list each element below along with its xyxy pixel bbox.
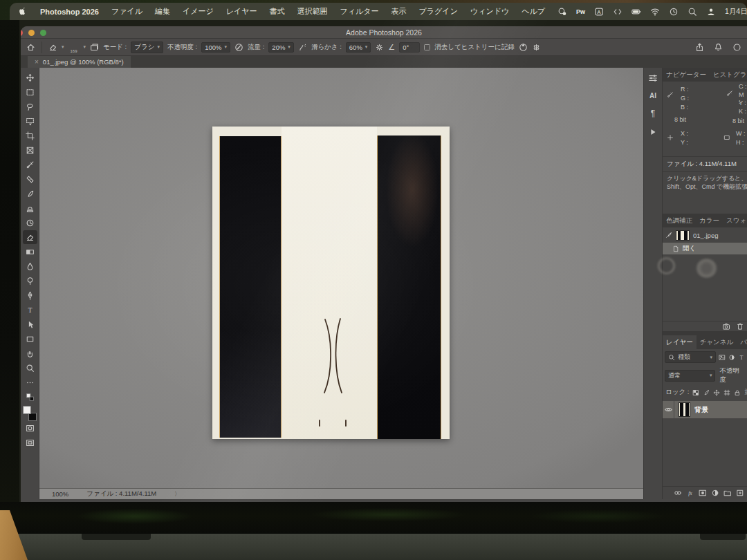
menu-item-image[interactable]: イメージ bbox=[183, 6, 214, 17]
filter-type-layers-icon[interactable]: T bbox=[738, 354, 745, 361]
menu-item-view[interactable]: 表示 bbox=[391, 6, 407, 17]
tab-color[interactable]: カラー bbox=[696, 214, 723, 227]
gradient-tool[interactable] bbox=[23, 245, 37, 259]
ai-assistant-icon[interactable]: AI bbox=[649, 92, 656, 100]
apple-menu-icon[interactable] bbox=[18, 7, 28, 17]
traffic-light-zoom[interactable] bbox=[40, 30, 46, 36]
layer-visibility-toggle[interactable] bbox=[663, 401, 674, 418]
menu-item-help[interactable]: ヘルプ bbox=[522, 6, 545, 17]
cmyk-eyedropper-icon[interactable] bbox=[726, 90, 733, 97]
history-snapshot-row[interactable]: 01_.jpeg bbox=[663, 227, 747, 243]
default-colors-icon[interactable] bbox=[23, 390, 37, 404]
history-brush-source-icon[interactable] bbox=[665, 232, 672, 239]
code-brackets-icon[interactable] bbox=[613, 7, 622, 17]
object-selection-tool[interactable] bbox=[23, 114, 37, 128]
layer-row-background[interactable]: 背景 bbox=[663, 401, 747, 418]
rgb-eyedropper-icon[interactable] bbox=[667, 91, 674, 98]
new-layer-icon[interactable] bbox=[736, 489, 744, 497]
share-icon[interactable] bbox=[695, 43, 704, 52]
menu-item-plugins[interactable]: プラグイン bbox=[419, 6, 458, 17]
delete-trash-icon[interactable] bbox=[736, 322, 744, 330]
blur-tool[interactable] bbox=[23, 259, 37, 273]
input-source-icon[interactable]: A bbox=[594, 7, 604, 17]
brush-preview[interactable]: 169 bbox=[68, 41, 80, 53]
document-image[interactable] bbox=[212, 127, 450, 439]
lock-transparency-icon[interactable] bbox=[692, 389, 699, 396]
lock-position-icon[interactable] bbox=[713, 389, 720, 396]
menu-item-type[interactable]: 書式 bbox=[270, 6, 285, 17]
symmetry-butterfly-icon[interactable] bbox=[532, 43, 541, 52]
paragraph-icon[interactable]: ¶ bbox=[651, 109, 655, 118]
link-layers-icon[interactable] bbox=[674, 489, 682, 497]
filter-pixel-layers-icon[interactable] bbox=[719, 354, 726, 361]
lock-all-icon[interactable] bbox=[734, 389, 741, 396]
spot-healing-tool[interactable] bbox=[23, 172, 37, 186]
mode-select[interactable]: ブラシ ▾ bbox=[131, 41, 163, 53]
battery-icon[interactable] bbox=[631, 7, 641, 17]
traffic-light-minimize[interactable] bbox=[28, 30, 35, 36]
snapshot-thumbnail[interactable] bbox=[676, 230, 690, 241]
blend-mode-select[interactable]: 通常 ▾ bbox=[665, 370, 715, 382]
file-size-info[interactable]: ファイル : 4.11M/4.11M bbox=[86, 489, 156, 498]
brush-settings-panel-icon[interactable] bbox=[90, 43, 99, 52]
menu-item-window[interactable]: ウィンドウ bbox=[470, 6, 509, 17]
rectangle-tool[interactable] bbox=[23, 332, 37, 346]
new-snapshot-camera-icon[interactable] bbox=[722, 322, 730, 330]
new-group-folder-icon[interactable] bbox=[723, 489, 732, 497]
layer-filter-select[interactable]: 種類 ▾ bbox=[665, 351, 716, 363]
document-tab[interactable]: × 01_.jpeg @ 100% (RGB/8*) bbox=[28, 56, 131, 68]
tab-histogram[interactable]: ヒストグラム bbox=[710, 68, 747, 82]
expand-arrow-icon[interactable] bbox=[648, 127, 658, 137]
chevron-down-icon[interactable]: ▾ bbox=[84, 44, 86, 50]
creative-cloud-icon[interactable] bbox=[557, 7, 567, 17]
menu-item-layer[interactable]: レイヤー bbox=[226, 6, 257, 17]
foreground-color-swatch[interactable] bbox=[23, 406, 31, 414]
pen-tool[interactable] bbox=[23, 288, 37, 302]
tab-navigator[interactable]: ナビゲーター bbox=[663, 68, 710, 82]
menu-item-filter[interactable]: フィルター bbox=[340, 6, 379, 17]
screen-mode-icon[interactable] bbox=[23, 436, 37, 449]
menu-item-edit[interactable]: 編集 bbox=[155, 6, 170, 17]
menu-item-select[interactable]: 選択範囲 bbox=[297, 6, 328, 17]
airbrush-icon[interactable] bbox=[298, 43, 307, 52]
help-circle-icon[interactable] bbox=[732, 43, 741, 52]
type-tool[interactable]: T bbox=[23, 303, 37, 317]
eyedropper-tool[interactable] bbox=[23, 158, 37, 171]
time-machine-icon[interactable] bbox=[669, 7, 679, 17]
foreground-background-swatches[interactable] bbox=[23, 406, 37, 421]
frame-tool[interactable] bbox=[23, 143, 37, 157]
lock-pixels-brush-icon[interactable] bbox=[703, 389, 710, 396]
filter-adjustment-layers-icon[interactable] bbox=[728, 354, 735, 361]
menu-item-file[interactable]: ファイル bbox=[111, 6, 142, 17]
flow-select[interactable]: 20% ▾ bbox=[268, 42, 294, 53]
password-manager-icon[interactable]: Pw bbox=[576, 8, 585, 15]
status-chevron-icon[interactable]: 〉 bbox=[174, 490, 180, 498]
menu-date[interactable]: 1月4日 bbox=[725, 7, 747, 17]
history-brush-tool[interactable] bbox=[23, 216, 37, 230]
opacity-select[interactable]: 100% ▾ bbox=[201, 42, 230, 53]
dodge-tool[interactable] bbox=[23, 274, 37, 288]
canvas-area[interactable]: 100% ファイル : 4.11M/4.11M 〉 bbox=[39, 68, 643, 499]
tab-paths[interactable]: パス bbox=[737, 335, 747, 349]
lasso-tool[interactable] bbox=[23, 100, 37, 113]
menu-app-name[interactable]: Photoshop 2026 bbox=[40, 8, 99, 16]
quick-mask-icon[interactable] bbox=[23, 421, 37, 435]
hand-tool[interactable] bbox=[23, 346, 37, 360]
zoom-tool[interactable] bbox=[23, 361, 37, 375]
move-tool[interactable] bbox=[23, 71, 37, 84]
more-tools-icon[interactable] bbox=[23, 375, 37, 389]
layer-thumbnail[interactable] bbox=[679, 402, 690, 417]
eraser-tool-preset-icon[interactable] bbox=[48, 43, 57, 52]
brush-tool[interactable] bbox=[23, 187, 37, 200]
erase-to-history-checkbox[interactable] bbox=[424, 44, 430, 50]
chevron-down-icon[interactable]: ▾ bbox=[62, 44, 64, 50]
clone-stamp-tool[interactable] bbox=[23, 201, 37, 215]
smoothing-select[interactable]: 60% ▾ bbox=[346, 42, 371, 53]
tab-channels[interactable]: チャンネル bbox=[697, 335, 737, 349]
lock-artboard-icon[interactable] bbox=[723, 389, 730, 396]
wifi-icon[interactable] bbox=[650, 7, 660, 17]
adjustment-sliders-icon[interactable] bbox=[648, 73, 658, 83]
rectangular-marquee-tool[interactable] bbox=[23, 85, 37, 99]
path-selection-tool[interactable] bbox=[23, 317, 37, 331]
notifications-bell-icon[interactable] bbox=[714, 43, 723, 52]
